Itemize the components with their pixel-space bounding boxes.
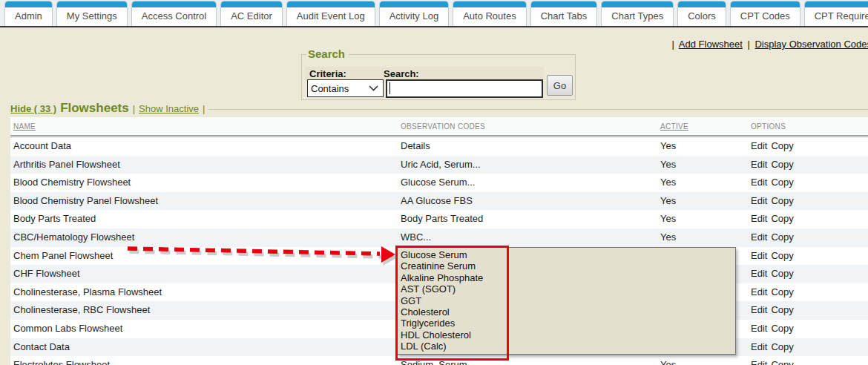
tab-chart-types[interactable]: Chart Types — [601, 1, 674, 26]
tab-label: Chart Types — [602, 7, 673, 25]
tab-accent-bar — [380, 1, 448, 7]
tab-admin[interactable]: Admin — [4, 1, 53, 26]
tab-accent-bar — [221, 1, 282, 7]
cell-options: EditCopy — [748, 265, 868, 283]
copy-link[interactable]: Copy — [771, 304, 793, 315]
tab-accent-bar — [5, 1, 52, 7]
tab-bar: AdminMy SettingsAccess ControlAC EditorA… — [0, 0, 868, 26]
column-header-active[interactable]: ACTIVE — [657, 122, 748, 131]
copy-link[interactable]: Copy — [771, 195, 793, 206]
tab-accent-bar — [453, 1, 526, 7]
cell-options: EditCopy — [748, 137, 868, 156]
criteria-select[interactable]: Contains — [307, 79, 384, 97]
table-row: Body Parts TreatedBody Parts TreatedYesE… — [10, 210, 868, 228]
cell-name: Cholinesterase, RBC Flowsheet — [10, 301, 398, 320]
tab-my-settings[interactable]: My Settings — [56, 1, 128, 26]
cell-options: EditCopy — [748, 210, 868, 228]
copy-link[interactable]: Copy — [771, 177, 793, 188]
go-button[interactable]: Go — [547, 75, 573, 96]
tab-accent-bar — [57, 1, 127, 7]
edit-link[interactable]: Edit — [751, 286, 767, 297]
table-header: NAMEOBSERVATION CODESACTIVEOPTIONS — [10, 117, 868, 135]
display-observation-codes-link[interactable]: Display Observation Codes — [754, 39, 868, 50]
edit-link[interactable]: Edit — [751, 140, 767, 151]
edit-link[interactable]: Edit — [751, 250, 767, 261]
cell-active: Yes — [657, 174, 748, 192]
cell-observation-codes: WBC... — [398, 228, 657, 247]
tab-label: Activity Log — [380, 7, 448, 25]
cell-options: EditCopy — [748, 356, 868, 365]
top-links: | Add Flowsheet | Display Observation Co… — [670, 39, 868, 50]
edit-link[interactable]: Edit — [751, 359, 767, 365]
tab-label: Audit Event Log — [287, 7, 375, 25]
cell-active: Yes — [657, 228, 748, 247]
tab-activity-log[interactable]: Activity Log — [379, 1, 449, 26]
cell-observation-codes: AA Glucose FBS — [398, 192, 657, 211]
tab-label: CPT Codes — [731, 7, 800, 25]
criteria-selected-value: Contains — [311, 83, 349, 94]
cell-name: Account Data — [10, 137, 398, 156]
tab-chart-tabs[interactable]: Chart Tabs — [530, 1, 598, 26]
tab-label: My Settings — [57, 7, 127, 25]
copy-link[interactable]: Copy — [771, 213, 793, 224]
annotation-highlight-box — [395, 246, 509, 361]
tab-accent-bar — [731, 1, 800, 7]
column-header-name[interactable]: NAME — [10, 122, 398, 131]
edit-link[interactable]: Edit — [751, 304, 767, 315]
cell-active: Yes — [657, 156, 748, 174]
cell-name: Blood Chemistry Panel Flowsheet — [10, 192, 398, 211]
tab-cpt-codes[interactable]: CPT Codes — [730, 1, 800, 26]
show-inactive-link[interactable]: Show Inactive — [139, 103, 199, 114]
edit-link[interactable]: Edit — [751, 341, 767, 352]
tab-audit-event-log[interactable]: Audit Event Log — [286, 1, 375, 26]
copy-link[interactable]: Copy — [771, 231, 793, 243]
copy-link[interactable]: Copy — [771, 159, 793, 170]
search-input-wrap — [386, 79, 543, 98]
cell-observation-codes: Glucose Serum... — [398, 174, 657, 192]
add-flowsheet-link[interactable]: Add Flowsheet — [679, 39, 743, 50]
table-row: Blood Chemistry FlowsheetGlucose Serum..… — [10, 174, 868, 192]
edit-link[interactable]: Edit — [751, 213, 767, 224]
tab-auto-routes[interactable]: Auto Routes — [453, 1, 527, 26]
edit-link[interactable]: Edit — [751, 195, 767, 206]
search-input[interactable] — [386, 79, 543, 98]
tab-accent-bar — [602, 1, 673, 7]
tab-colors[interactable]: Colors — [677, 1, 726, 26]
cell-options: EditCopy — [748, 156, 868, 174]
cell-name: Chem Panel Flowsheet — [10, 247, 398, 266]
copy-link[interactable]: Copy — [771, 268, 793, 279]
cell-name: Cholinesterase, Plasma Flowsheet — [10, 283, 398, 302]
edit-link[interactable]: Edit — [751, 268, 767, 279]
tab-accent-bar — [287, 1, 375, 7]
cell-active: Yes — [657, 137, 748, 156]
hide-link[interactable]: Hide ( 33 ) — [10, 103, 56, 114]
tab-ac-editor[interactable]: AC Editor — [220, 1, 283, 26]
cell-name: Body Parts Treated — [10, 210, 398, 228]
copy-link[interactable]: Copy — [771, 250, 793, 261]
copy-link[interactable]: Copy — [771, 359, 793, 365]
cell-name: Arthritis Panel Flowsheet — [10, 156, 398, 174]
copy-link[interactable]: Copy — [771, 323, 793, 334]
cell-name: CBC/Hematology Flowsheet — [10, 228, 398, 247]
edit-link[interactable]: Edit — [751, 231, 767, 243]
page-title: Flowsheets — [60, 101, 129, 116]
cell-active: Yes — [657, 356, 748, 365]
edit-link[interactable]: Edit — [751, 323, 767, 334]
edit-link[interactable]: Edit — [751, 177, 767, 188]
search-legend: Search — [306, 47, 349, 60]
search-label: Search: — [384, 68, 419, 79]
cell-name: Electrolytes Flowsheet — [10, 356, 398, 365]
cell-observation-codes: Body Parts Treated — [398, 210, 657, 228]
column-header-options: OPTIONS — [748, 122, 868, 131]
edit-link[interactable]: Edit — [751, 159, 767, 170]
tab-label: Admin — [5, 7, 52, 25]
copy-link[interactable]: Copy — [771, 341, 793, 352]
text-cursor — [389, 82, 390, 94]
copy-link[interactable]: Copy — [771, 140, 793, 151]
tab-access-control[interactable]: Access Control — [131, 1, 217, 26]
cell-name: CHF Flowsheet — [10, 265, 398, 283]
copy-link[interactable]: Copy — [771, 286, 793, 297]
tab-cpt-requirements[interactable]: CPT Requirements — [804, 1, 868, 26]
table-row: Blood Chemistry Panel FlowsheetAA Glucos… — [10, 192, 868, 211]
table-row: Account DataDetailsYesEditCopy — [10, 137, 868, 156]
